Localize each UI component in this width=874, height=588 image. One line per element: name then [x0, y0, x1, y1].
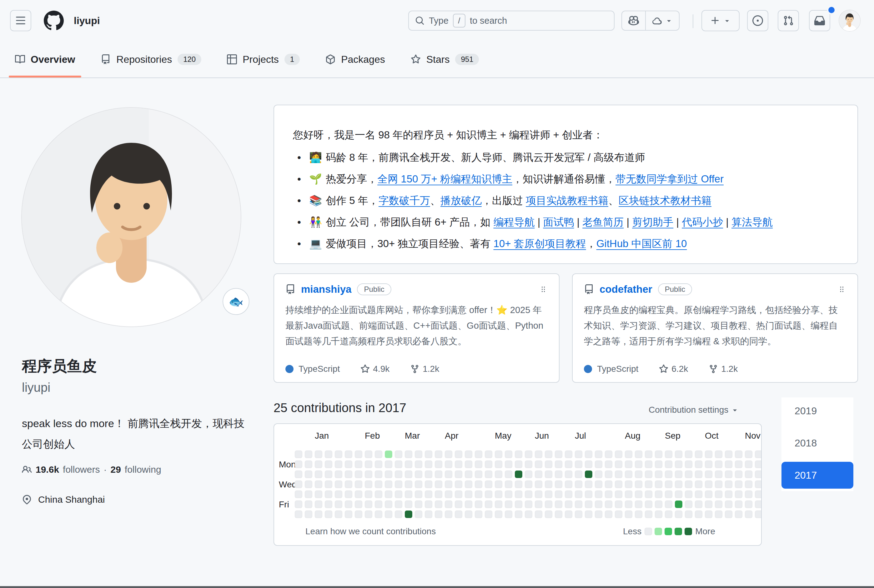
- readme-link[interactable]: 字数破千万: [378, 195, 430, 206]
- contribution-cell[interactable]: [575, 510, 582, 518]
- contribution-cell[interactable]: [425, 480, 432, 488]
- contribution-cell[interactable]: [695, 501, 702, 508]
- tab-stars[interactable]: Stars 951: [404, 41, 485, 78]
- contribution-cell[interactable]: [735, 501, 742, 508]
- contribution-cell[interactable]: [625, 471, 632, 478]
- contribution-cell[interactable]: [375, 501, 382, 508]
- contribution-cell[interactable]: [435, 471, 442, 478]
- star-count[interactable]: 6.2k: [659, 364, 688, 374]
- contribution-cell[interactable]: [445, 460, 452, 468]
- contribution-cell[interactable]: [345, 510, 352, 518]
- contribution-cell[interactable]: [545, 480, 552, 488]
- hamburger-menu-button[interactable]: [10, 10, 31, 31]
- contribution-cell[interactable]: [445, 450, 452, 458]
- contribution-cell[interactable]: [535, 510, 542, 518]
- contribution-cell[interactable]: [545, 490, 552, 498]
- contribution-cell[interactable]: [435, 450, 442, 458]
- year-2018[interactable]: 2018: [781, 430, 853, 456]
- contribution-cell[interactable]: [735, 460, 742, 468]
- contribution-cell[interactable]: [615, 501, 622, 508]
- contribution-cell[interactable]: [375, 460, 382, 468]
- contribution-cell[interactable]: [715, 501, 722, 508]
- contribution-cell[interactable]: [645, 510, 652, 518]
- contribution-cell[interactable]: [505, 450, 512, 458]
- contribution-cell[interactable]: [665, 471, 672, 478]
- contribution-cell[interactable]: [615, 450, 622, 458]
- contribution-cell[interactable]: [575, 501, 582, 508]
- contribution-cell[interactable]: [405, 471, 412, 478]
- contribution-cell[interactable]: [445, 510, 452, 518]
- pull-requests-button[interactable]: [778, 10, 799, 31]
- contribution-cell[interactable]: [485, 471, 492, 478]
- contribution-cell[interactable]: [355, 490, 362, 498]
- contribution-cell[interactable]: [665, 490, 672, 498]
- contribution-cell[interactable]: [425, 490, 432, 498]
- contribution-cell[interactable]: [405, 460, 412, 468]
- readme-link[interactable]: GitHub 中国区前 10: [596, 238, 687, 249]
- contribution-cell[interactable]: [495, 460, 502, 468]
- contribution-cell[interactable]: [615, 460, 622, 468]
- contribution-cell[interactable]: [555, 501, 562, 508]
- contribution-cell[interactable]: [595, 510, 602, 518]
- contribution-cell[interactable]: [635, 450, 642, 458]
- contribution-cell[interactable]: [685, 450, 692, 458]
- contribution-cell[interactable]: [485, 490, 492, 498]
- header-user-avatar[interactable]: [839, 10, 860, 31]
- contribution-cell[interactable]: [705, 460, 712, 468]
- contribution-cell[interactable]: [345, 480, 352, 488]
- contribution-cell[interactable]: [375, 510, 382, 518]
- contribution-cell[interactable]: [575, 460, 582, 468]
- contribution-cell[interactable]: [645, 501, 652, 508]
- contribution-cell[interactable]: [535, 450, 542, 458]
- contribution-cell[interactable]: [635, 480, 642, 488]
- contribution-cell[interactable]: [445, 471, 452, 478]
- contribution-cell[interactable]: [635, 501, 642, 508]
- contribution-cell[interactable]: [655, 510, 662, 518]
- contribution-cell[interactable]: [735, 510, 742, 518]
- contribution-cell[interactable]: [545, 501, 552, 508]
- contribution-cell[interactable]: [725, 480, 732, 488]
- contribution-cell[interactable]: [475, 501, 482, 508]
- learn-contributions-link[interactable]: Learn how we count contributions: [305, 526, 436, 537]
- contribution-cell[interactable]: [455, 501, 462, 508]
- contribution-cell[interactable]: [325, 450, 332, 458]
- contribution-cell[interactable]: [505, 471, 512, 478]
- contribution-cell[interactable]: [295, 471, 302, 478]
- contribution-cell[interactable]: [725, 450, 732, 458]
- contribution-cell[interactable]: [325, 510, 332, 518]
- star-count[interactable]: 4.9k: [360, 364, 389, 374]
- contribution-cell[interactable]: [465, 480, 472, 488]
- tab-projects[interactable]: Projects 1: [221, 41, 306, 78]
- contribution-cell[interactable]: [685, 471, 692, 478]
- contribution-cell[interactable]: [515, 471, 522, 478]
- tab-repositories[interactable]: Repositories 120: [95, 41, 207, 78]
- contribution-cell[interactable]: [485, 460, 492, 468]
- contribution-cell[interactable]: [385, 510, 392, 518]
- contribution-cell[interactable]: [755, 460, 762, 468]
- header-context-title[interactable]: liyupi: [74, 15, 100, 27]
- contribution-cell[interactable]: [685, 490, 692, 498]
- contribution-cell[interactable]: [555, 490, 562, 498]
- github-logo-icon[interactable]: [44, 10, 64, 31]
- contribution-cell[interactable]: [495, 501, 502, 508]
- contribution-cell[interactable]: [505, 510, 512, 518]
- contribution-cell[interactable]: [555, 510, 562, 518]
- contribution-cell[interactable]: [455, 490, 462, 498]
- contribution-cell[interactable]: [495, 490, 502, 498]
- contribution-cell[interactable]: [455, 510, 462, 518]
- contribution-cell[interactable]: [755, 450, 762, 458]
- contribution-cell[interactable]: [665, 510, 672, 518]
- contribution-cell[interactable]: [615, 490, 622, 498]
- contribution-cell[interactable]: [335, 501, 342, 508]
- contribution-cell[interactable]: [405, 450, 412, 458]
- contribution-cell[interactable]: [305, 490, 312, 498]
- contribution-cell[interactable]: [615, 480, 622, 488]
- contribution-cell[interactable]: [695, 450, 702, 458]
- contribution-cell[interactable]: [365, 480, 372, 488]
- contribution-cell[interactable]: [315, 490, 322, 498]
- contribution-cell[interactable]: [715, 490, 722, 498]
- grabber-icon[interactable]: [837, 285, 846, 294]
- contribution-cell[interactable]: [705, 480, 712, 488]
- contribution-cell[interactable]: [465, 450, 472, 458]
- contribution-cell[interactable]: [715, 480, 722, 488]
